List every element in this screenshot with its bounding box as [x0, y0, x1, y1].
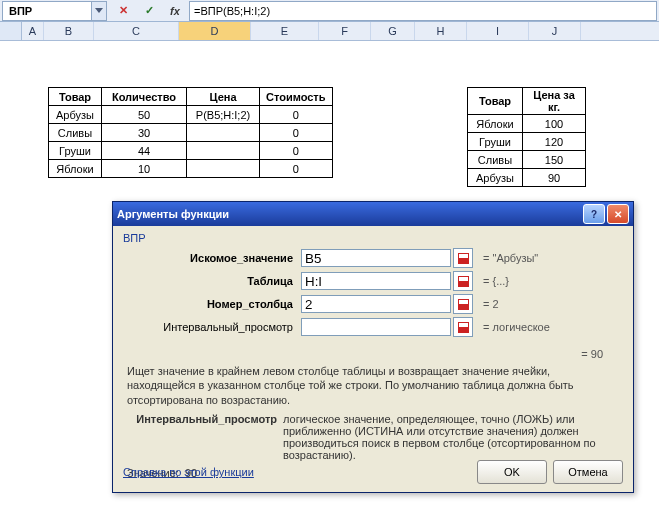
arg-result: = 2 — [483, 298, 499, 310]
arg-row: Интервальный_просмотр = логическое — [123, 317, 623, 337]
help-link[interactable]: Справка по этой функции — [123, 466, 254, 478]
cell[interactable]: Сливы — [468, 151, 523, 169]
cell[interactable]: 90 — [523, 169, 586, 187]
cell[interactable]: Арбузы — [49, 106, 102, 124]
name-box[interactable] — [2, 1, 92, 21]
dialog-title: Аргументы функции — [117, 208, 229, 220]
name-box-dropdown[interactable] — [92, 1, 107, 21]
col-cost: Стоимость — [260, 88, 333, 106]
cell[interactable]: Арбузы — [468, 169, 523, 187]
table-header-row: Товар Цена за кг. — [468, 88, 586, 115]
cell[interactable]: 0 — [260, 142, 333, 160]
table-row: Арбузы50Р(B5;H:I;2)0 — [49, 106, 333, 124]
cell[interactable]: 0 — [260, 160, 333, 178]
col-header-F[interactable]: F — [319, 22, 371, 40]
accept-formula-button[interactable]: ✓ — [139, 2, 159, 20]
col-price-kg: Цена за кг. — [523, 88, 586, 115]
arg-input-col-index[interactable] — [301, 295, 451, 313]
arg-label: Номер_столбца — [123, 298, 301, 310]
chevron-down-icon — [95, 8, 103, 13]
formula-text: =ВПР(B5;H:I;2) — [194, 5, 270, 17]
col-header-G[interactable]: G — [371, 22, 415, 40]
range-select-button[interactable] — [453, 317, 473, 337]
col-header-A[interactable]: A — [22, 22, 44, 40]
cell[interactable]: Груши — [49, 142, 102, 160]
range-select-button[interactable] — [453, 248, 473, 268]
table-row: Сливы300 — [49, 124, 333, 142]
range-ref-icon — [458, 322, 469, 333]
cell[interactable]: 44 — [102, 142, 187, 160]
cell[interactable]: Сливы — [49, 124, 102, 142]
col-product: Товар — [468, 88, 523, 115]
col-header-B[interactable]: B — [44, 22, 94, 40]
column-headers: A B C D E F G H I J — [0, 22, 659, 41]
function-description: Ищет значение в крайнем левом столбце та… — [127, 364, 619, 407]
arg-input-lookup-value[interactable] — [301, 249, 451, 267]
table-row: Груши120 — [468, 133, 586, 151]
cell[interactable] — [187, 124, 260, 142]
spreadsheet-grid[interactable]: Товар Количество Цена Стоимость Арбузы50… — [0, 41, 659, 508]
dialog-body: ВПР Искомое_значение = "Арбузы" Таблица … — [113, 226, 633, 492]
ok-button[interactable]: OK — [477, 460, 547, 484]
cell[interactable] — [187, 160, 260, 178]
arg-input-range-lookup[interactable] — [301, 318, 451, 336]
cell[interactable]: 10 — [102, 160, 187, 178]
col-header-E[interactable]: E — [251, 22, 319, 40]
argument-name: Интервальный_просмотр — [127, 413, 283, 461]
col-product: Товар — [49, 88, 102, 106]
arg-row: Таблица = {...} — [123, 271, 623, 291]
table-row: Сливы150 — [468, 151, 586, 169]
range-ref-icon — [458, 253, 469, 264]
range-select-button[interactable] — [453, 294, 473, 314]
table-row: Яблоки100 — [49, 160, 333, 178]
cell[interactable]: 120 — [523, 133, 586, 151]
formula-bar: ✕ ✓ fx =ВПР(B5;H:I;2) — [0, 0, 659, 22]
help-button[interactable]: ? — [583, 204, 605, 224]
col-price: Цена — [187, 88, 260, 106]
cell-editing[interactable]: Р(B5;H:I;2) — [187, 106, 260, 124]
name-box-input[interactable] — [7, 4, 87, 18]
formula-input[interactable]: =ВПР(B5;H:I;2) — [189, 1, 657, 21]
col-header-I[interactable]: I — [467, 22, 529, 40]
function-name: ВПР — [123, 232, 623, 244]
cell[interactable]: 0 — [260, 124, 333, 142]
col-header-C[interactable]: C — [94, 22, 179, 40]
table-row: Груши440 — [49, 142, 333, 160]
table-row: Арбузы90 — [468, 169, 586, 187]
close-button[interactable]: ✕ — [607, 204, 629, 224]
cancel-formula-button[interactable]: ✕ — [113, 2, 133, 20]
table-row: Яблоки100 — [468, 115, 586, 133]
arg-input-table[interactable] — [301, 272, 451, 290]
arg-result: = логическое — [483, 321, 550, 333]
table-header-row: Товар Количество Цена Стоимость — [49, 88, 333, 106]
arg-row: Номер_столбца = 2 — [123, 294, 623, 314]
fx-button[interactable]: fx — [165, 2, 185, 20]
arg-result: = {...} — [483, 275, 509, 287]
price-table: Товар Цена за кг. Яблоки100 Груши120 Сли… — [467, 87, 586, 187]
range-select-button[interactable] — [453, 271, 473, 291]
arg-label: Искомое_значение — [123, 252, 301, 264]
formula-result: = 90 — [123, 348, 623, 360]
cell[interactable]: 0 — [260, 106, 333, 124]
cell[interactable]: 30 — [102, 124, 187, 142]
range-ref-icon — [458, 299, 469, 310]
arg-row: Искомое_значение = "Арбузы" — [123, 248, 623, 268]
col-header-D[interactable]: D — [179, 22, 251, 40]
argument-text: логическое значение, определяющее, точно… — [283, 413, 619, 461]
cell[interactable]: Яблоки — [468, 115, 523, 133]
cell[interactable]: Груши — [468, 133, 523, 151]
arg-label: Таблица — [123, 275, 301, 287]
cell[interactable]: Яблоки — [49, 160, 102, 178]
col-header-J[interactable]: J — [529, 22, 581, 40]
cancel-button[interactable]: Отмена — [553, 460, 623, 484]
col-header-H[interactable]: H — [415, 22, 467, 40]
select-all-corner[interactable] — [0, 22, 22, 40]
dialog-titlebar[interactable]: Аргументы функции ? ✕ — [113, 202, 633, 226]
arg-label: Интервальный_просмотр — [123, 321, 301, 333]
cell[interactable] — [187, 142, 260, 160]
cell[interactable]: 100 — [523, 115, 586, 133]
cell[interactable]: 150 — [523, 151, 586, 169]
argument-description: Интервальный_просмотр логическое значени… — [127, 413, 619, 461]
goods-table: Товар Количество Цена Стоимость Арбузы50… — [48, 87, 333, 178]
cell[interactable]: 50 — [102, 106, 187, 124]
